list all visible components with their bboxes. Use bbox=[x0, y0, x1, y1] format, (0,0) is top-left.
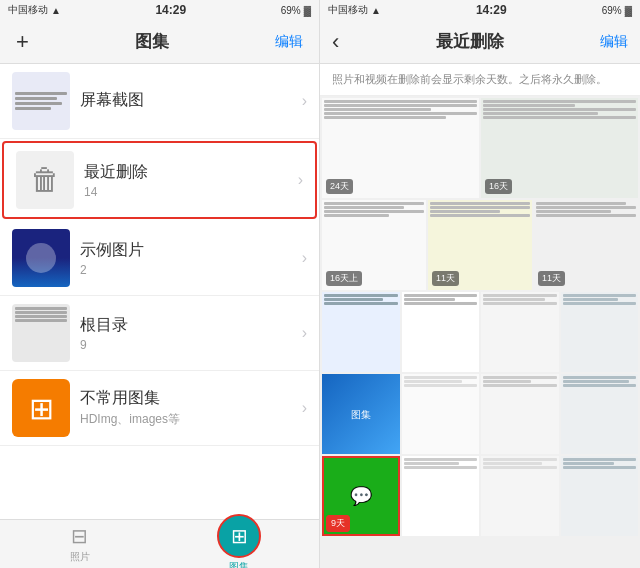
file-line bbox=[563, 298, 618, 301]
back-button[interactable]: ‹ bbox=[332, 29, 339, 55]
album-item-screenshots[interactable]: 屏幕截图 › bbox=[0, 64, 319, 139]
right-carrier: 中国移动 bbox=[328, 3, 368, 17]
left-nav-title: 图集 bbox=[135, 30, 169, 53]
file-line bbox=[563, 466, 637, 469]
file-sim-5 bbox=[402, 374, 480, 454]
album-item-unused[interactable]: ⊞ 不常用图集 HDImg、images等 › bbox=[0, 371, 319, 446]
grid-cell-1-2[interactable]: 16天 bbox=[481, 98, 638, 198]
example-content bbox=[12, 229, 70, 287]
paper-line bbox=[430, 214, 530, 217]
cell-inner-3-3 bbox=[481, 292, 559, 372]
grid-cell-2-3[interactable]: 11天 bbox=[534, 200, 638, 290]
album-info-root: 根目录 9 bbox=[70, 315, 302, 352]
chevron-icon-recent-del: › bbox=[298, 171, 303, 189]
album-count-example: 2 bbox=[80, 263, 292, 277]
paper-line bbox=[536, 202, 626, 205]
paper-line bbox=[324, 206, 404, 209]
grid-cell-4-4[interactable] bbox=[561, 374, 639, 454]
file-sim-3 bbox=[481, 292, 559, 372]
grid-cell-5-2[interactable] bbox=[402, 456, 480, 536]
album-item-root[interactable]: 根目录 9 › bbox=[0, 296, 319, 371]
file-sim-4 bbox=[561, 292, 639, 372]
grid-cell-5-3[interactable] bbox=[481, 456, 559, 536]
album-info-example: 示例图片 2 bbox=[70, 240, 302, 277]
tab-albums-active-bg: ⊞ bbox=[217, 514, 261, 558]
tab-albums[interactable]: ⊞ 图集 bbox=[160, 514, 320, 568]
tab-albums-label: 图集 bbox=[229, 560, 249, 568]
album-item-example[interactable]: 示例图片 2 › bbox=[0, 221, 319, 296]
paper-line bbox=[536, 214, 636, 217]
album-info-unused: 不常用图集 HDImg、images等 bbox=[70, 388, 302, 428]
grid-row-5: 💬 9天 bbox=[322, 456, 638, 536]
grid-cell-4-1[interactable]: 图集 bbox=[322, 374, 400, 454]
paper-line bbox=[324, 112, 477, 115]
album-thumb-recent-del: 🗑 bbox=[16, 151, 74, 209]
grid-cell-5-4[interactable] bbox=[561, 456, 639, 536]
grid-cell-5-1[interactable]: 💬 9天 bbox=[322, 456, 400, 536]
file-line bbox=[404, 302, 478, 305]
file-line bbox=[483, 294, 557, 297]
cell-inner-3-1 bbox=[322, 292, 400, 372]
album-name-screenshots: 屏幕截图 bbox=[80, 90, 292, 111]
grid-cell-3-4[interactable] bbox=[561, 292, 639, 372]
tab-photos[interactable]: ⊟ 照片 bbox=[0, 524, 160, 564]
file-line bbox=[404, 376, 478, 379]
add-button[interactable]: + bbox=[16, 31, 29, 53]
album-info-screenshots: 屏幕截图 bbox=[70, 90, 302, 113]
days-badge-5-1: 9天 bbox=[326, 515, 350, 532]
grid-row-3 bbox=[322, 292, 638, 372]
grid-cell-3-2[interactable] bbox=[402, 292, 480, 372]
grid-row-2: 16天上 11天 bbox=[322, 200, 638, 290]
info-banner: 照片和视频在删除前会显示剩余天数。之后将永久删除。 bbox=[320, 64, 640, 96]
albums-icon: ⊞ bbox=[231, 524, 248, 548]
info-text: 照片和视频在删除前会显示剩余天数。之后将永久删除。 bbox=[332, 73, 607, 85]
days-badge-2-1: 16天上 bbox=[326, 271, 362, 286]
right-nav-title: 最近删除 bbox=[436, 30, 504, 53]
days-badge-1-1: 24天 bbox=[326, 179, 353, 194]
tab-photos-label: 照片 bbox=[70, 550, 90, 564]
album-count-root: 9 bbox=[80, 338, 292, 352]
left-status-bar: 中国移动 ▲ 14:29 69% ▓ bbox=[0, 0, 319, 20]
chevron-icon-root: › bbox=[302, 324, 307, 342]
cell-inner-5-3 bbox=[481, 456, 559, 536]
cell-inner-3-4 bbox=[561, 292, 639, 372]
paper-line bbox=[483, 100, 636, 103]
file-sim-8 bbox=[402, 456, 480, 536]
album-item-recent-del[interactable]: 🗑 最近删除 14 › bbox=[2, 141, 317, 219]
grid-cell-4-3[interactable] bbox=[481, 374, 559, 454]
left-time: 14:29 bbox=[155, 3, 186, 17]
album-name-root: 根目录 bbox=[80, 315, 292, 336]
grid-cell-1-1[interactable]: 24天 bbox=[322, 98, 479, 198]
paper-line bbox=[324, 108, 431, 111]
left-battery-icon: ▓ bbox=[304, 5, 311, 16]
right-time: 14:29 bbox=[476, 3, 507, 17]
grid-cell-3-1[interactable] bbox=[322, 292, 400, 372]
file-sim-9 bbox=[481, 456, 559, 536]
album-thumb-example bbox=[12, 229, 70, 287]
tab-bar: ⊟ 照片 ⊞ 图集 bbox=[0, 519, 319, 568]
root-line-3 bbox=[15, 315, 67, 318]
grid-cell-2-2[interactable]: 11天 bbox=[428, 200, 532, 290]
right-panel: 中国移动 ▲ 14:29 69% ▓ ‹ 最近删除 编辑 照片和视频在删除前会显… bbox=[320, 0, 640, 568]
days-badge-2-3: 11天 bbox=[538, 271, 565, 286]
paper-line bbox=[324, 100, 477, 103]
grid-cell-3-3[interactable] bbox=[481, 292, 559, 372]
cell-inner-5-4 bbox=[561, 456, 639, 536]
left-edit-button[interactable]: 编辑 bbox=[275, 33, 303, 51]
file-line bbox=[563, 376, 637, 379]
days-badge-1-2: 16天 bbox=[485, 179, 512, 194]
paper-line bbox=[324, 202, 424, 205]
days-badge-2-2: 11天 bbox=[432, 271, 459, 286]
paper-line bbox=[430, 202, 530, 205]
paper-line bbox=[324, 210, 424, 213]
grid-cell-2-1[interactable]: 16天上 bbox=[322, 200, 426, 290]
paper-line bbox=[324, 214, 389, 217]
right-edit-button[interactable]: 编辑 bbox=[600, 33, 628, 51]
root-line-1 bbox=[15, 307, 67, 310]
file-line bbox=[404, 384, 478, 387]
grid-cell-4-2[interactable] bbox=[402, 374, 480, 454]
file-line bbox=[483, 298, 545, 301]
album-name-unused: 不常用图集 bbox=[80, 388, 292, 409]
paper-line bbox=[324, 104, 477, 107]
root-content bbox=[12, 304, 70, 362]
